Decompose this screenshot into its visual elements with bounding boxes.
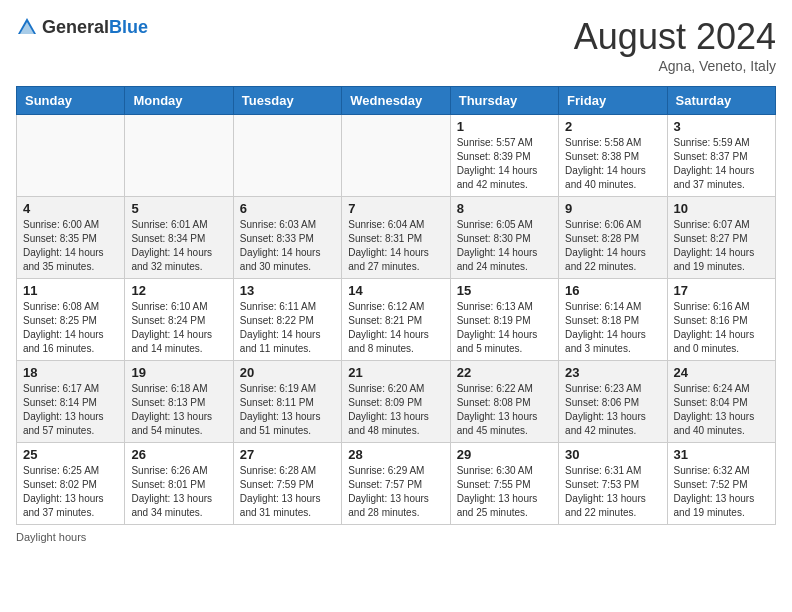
day-number: 11: [23, 283, 118, 298]
calendar-cell: 21Sunrise: 6:20 AM Sunset: 8:09 PM Dayli…: [342, 361, 450, 443]
day-number: 2: [565, 119, 660, 134]
day-info: Sunrise: 6:08 AM Sunset: 8:25 PM Dayligh…: [23, 300, 118, 356]
day-number: 10: [674, 201, 769, 216]
month-year: August 2024: [574, 16, 776, 58]
calendar-week-row: 11Sunrise: 6:08 AM Sunset: 8:25 PM Dayli…: [17, 279, 776, 361]
calendar-cell: 3Sunrise: 5:59 AM Sunset: 8:37 PM Daylig…: [667, 115, 775, 197]
day-number: 12: [131, 283, 226, 298]
day-number: 5: [131, 201, 226, 216]
day-info: Sunrise: 6:11 AM Sunset: 8:22 PM Dayligh…: [240, 300, 335, 356]
calendar-cell: 24Sunrise: 6:24 AM Sunset: 8:04 PM Dayli…: [667, 361, 775, 443]
calendar-cell: 26Sunrise: 6:26 AM Sunset: 8:01 PM Dayli…: [125, 443, 233, 525]
calendar-day-header: Thursday: [450, 87, 558, 115]
day-number: 19: [131, 365, 226, 380]
logo-text: GeneralBlue: [42, 18, 148, 37]
calendar-week-row: 1Sunrise: 5:57 AM Sunset: 8:39 PM Daylig…: [17, 115, 776, 197]
day-number: 30: [565, 447, 660, 462]
logo: GeneralBlue: [16, 16, 148, 38]
calendar-day-header: Monday: [125, 87, 233, 115]
day-number: 7: [348, 201, 443, 216]
logo-blue: Blue: [109, 17, 148, 37]
day-info: Sunrise: 6:25 AM Sunset: 8:02 PM Dayligh…: [23, 464, 118, 520]
day-number: 4: [23, 201, 118, 216]
calendar-cell: [342, 115, 450, 197]
day-info: Sunrise: 6:04 AM Sunset: 8:31 PM Dayligh…: [348, 218, 443, 274]
day-info: Sunrise: 6:03 AM Sunset: 8:33 PM Dayligh…: [240, 218, 335, 274]
day-info: Sunrise: 5:57 AM Sunset: 8:39 PM Dayligh…: [457, 136, 552, 192]
day-info: Sunrise: 6:16 AM Sunset: 8:16 PM Dayligh…: [674, 300, 769, 356]
day-info: Sunrise: 6:14 AM Sunset: 8:18 PM Dayligh…: [565, 300, 660, 356]
calendar-week-row: 18Sunrise: 6:17 AM Sunset: 8:14 PM Dayli…: [17, 361, 776, 443]
day-info: Sunrise: 6:01 AM Sunset: 8:34 PM Dayligh…: [131, 218, 226, 274]
calendar-week-row: 25Sunrise: 6:25 AM Sunset: 8:02 PM Dayli…: [17, 443, 776, 525]
calendar-cell: 28Sunrise: 6:29 AM Sunset: 7:57 PM Dayli…: [342, 443, 450, 525]
day-info: Sunrise: 6:22 AM Sunset: 8:08 PM Dayligh…: [457, 382, 552, 438]
calendar-day-header: Saturday: [667, 87, 775, 115]
day-info: Sunrise: 5:59 AM Sunset: 8:37 PM Dayligh…: [674, 136, 769, 192]
header: GeneralBlue August 2024 Agna, Veneto, It…: [16, 16, 776, 74]
calendar-cell: 27Sunrise: 6:28 AM Sunset: 7:59 PM Dayli…: [233, 443, 341, 525]
calendar-cell: [17, 115, 125, 197]
day-number: 28: [348, 447, 443, 462]
day-info: Sunrise: 6:17 AM Sunset: 8:14 PM Dayligh…: [23, 382, 118, 438]
calendar-cell: 18Sunrise: 6:17 AM Sunset: 8:14 PM Dayli…: [17, 361, 125, 443]
calendar-day-header: Wednesday: [342, 87, 450, 115]
day-number: 3: [674, 119, 769, 134]
day-info: Sunrise: 6:30 AM Sunset: 7:55 PM Dayligh…: [457, 464, 552, 520]
day-info: Sunrise: 6:05 AM Sunset: 8:30 PM Dayligh…: [457, 218, 552, 274]
calendar-cell: 6Sunrise: 6:03 AM Sunset: 8:33 PM Daylig…: [233, 197, 341, 279]
calendar-cell: 25Sunrise: 6:25 AM Sunset: 8:02 PM Dayli…: [17, 443, 125, 525]
calendar-cell: 16Sunrise: 6:14 AM Sunset: 8:18 PM Dayli…: [559, 279, 667, 361]
calendar-cell: 7Sunrise: 6:04 AM Sunset: 8:31 PM Daylig…: [342, 197, 450, 279]
day-number: 8: [457, 201, 552, 216]
calendar-cell: 22Sunrise: 6:22 AM Sunset: 8:08 PM Dayli…: [450, 361, 558, 443]
day-number: 26: [131, 447, 226, 462]
calendar-week-row: 4Sunrise: 6:00 AM Sunset: 8:35 PM Daylig…: [17, 197, 776, 279]
daylight-hours-label: Daylight hours: [16, 531, 86, 543]
calendar-cell: 31Sunrise: 6:32 AM Sunset: 7:52 PM Dayli…: [667, 443, 775, 525]
calendar-cell: 19Sunrise: 6:18 AM Sunset: 8:13 PM Dayli…: [125, 361, 233, 443]
calendar-cell: 15Sunrise: 6:13 AM Sunset: 8:19 PM Dayli…: [450, 279, 558, 361]
day-info: Sunrise: 6:29 AM Sunset: 7:57 PM Dayligh…: [348, 464, 443, 520]
day-number: 27: [240, 447, 335, 462]
day-info: Sunrise: 6:07 AM Sunset: 8:27 PM Dayligh…: [674, 218, 769, 274]
calendar-day-header: Friday: [559, 87, 667, 115]
calendar-cell: 20Sunrise: 6:19 AM Sunset: 8:11 PM Dayli…: [233, 361, 341, 443]
title-area: August 2024 Agna, Veneto, Italy: [574, 16, 776, 74]
calendar-header-row: SundayMondayTuesdayWednesdayThursdayFrid…: [17, 87, 776, 115]
calendar-cell: [233, 115, 341, 197]
day-number: 17: [674, 283, 769, 298]
day-number: 20: [240, 365, 335, 380]
location: Agna, Veneto, Italy: [574, 58, 776, 74]
calendar-day-header: Tuesday: [233, 87, 341, 115]
calendar-cell: 12Sunrise: 6:10 AM Sunset: 8:24 PM Dayli…: [125, 279, 233, 361]
calendar-cell: 4Sunrise: 6:00 AM Sunset: 8:35 PM Daylig…: [17, 197, 125, 279]
calendar-cell: 23Sunrise: 6:23 AM Sunset: 8:06 PM Dayli…: [559, 361, 667, 443]
calendar-cell: 30Sunrise: 6:31 AM Sunset: 7:53 PM Dayli…: [559, 443, 667, 525]
calendar-cell: 5Sunrise: 6:01 AM Sunset: 8:34 PM Daylig…: [125, 197, 233, 279]
day-number: 9: [565, 201, 660, 216]
day-number: 31: [674, 447, 769, 462]
logo-icon: [16, 16, 38, 38]
day-info: Sunrise: 6:00 AM Sunset: 8:35 PM Dayligh…: [23, 218, 118, 274]
day-number: 1: [457, 119, 552, 134]
day-info: Sunrise: 6:18 AM Sunset: 8:13 PM Dayligh…: [131, 382, 226, 438]
calendar-cell: 29Sunrise: 6:30 AM Sunset: 7:55 PM Dayli…: [450, 443, 558, 525]
day-number: 24: [674, 365, 769, 380]
day-info: Sunrise: 6:24 AM Sunset: 8:04 PM Dayligh…: [674, 382, 769, 438]
day-number: 6: [240, 201, 335, 216]
day-info: Sunrise: 5:58 AM Sunset: 8:38 PM Dayligh…: [565, 136, 660, 192]
day-info: Sunrise: 6:31 AM Sunset: 7:53 PM Dayligh…: [565, 464, 660, 520]
calendar-cell: 14Sunrise: 6:12 AM Sunset: 8:21 PM Dayli…: [342, 279, 450, 361]
calendar-cell: 1Sunrise: 5:57 AM Sunset: 8:39 PM Daylig…: [450, 115, 558, 197]
day-number: 23: [565, 365, 660, 380]
calendar-cell: 8Sunrise: 6:05 AM Sunset: 8:30 PM Daylig…: [450, 197, 558, 279]
calendar-cell: 11Sunrise: 6:08 AM Sunset: 8:25 PM Dayli…: [17, 279, 125, 361]
day-number: 15: [457, 283, 552, 298]
day-number: 25: [23, 447, 118, 462]
calendar-day-header: Sunday: [17, 87, 125, 115]
day-number: 14: [348, 283, 443, 298]
day-info: Sunrise: 6:19 AM Sunset: 8:11 PM Dayligh…: [240, 382, 335, 438]
day-number: 16: [565, 283, 660, 298]
day-info: Sunrise: 6:20 AM Sunset: 8:09 PM Dayligh…: [348, 382, 443, 438]
